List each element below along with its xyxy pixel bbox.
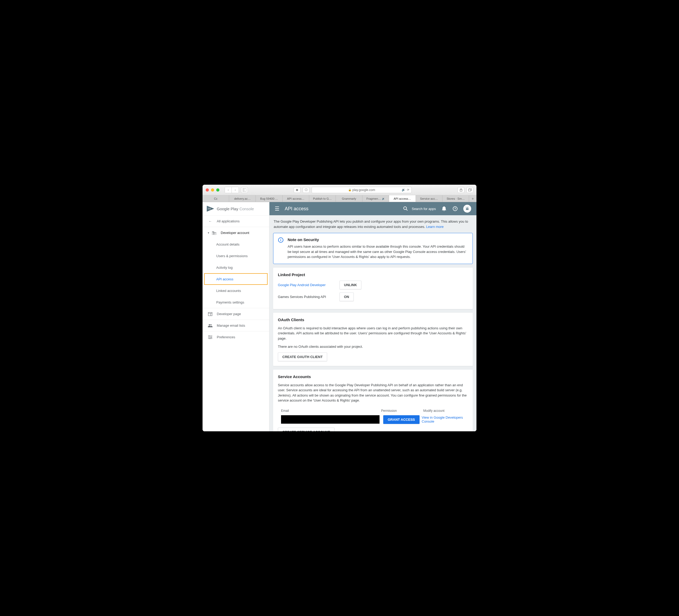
- svg-rect-8: [213, 232, 213, 233]
- nav-label: Developer page: [217, 312, 241, 316]
- oauth-desc: An OAuth client is required to build int…: [278, 326, 468, 341]
- traffic-lights: [206, 188, 219, 191]
- nav-account-details[interactable]: Account details: [202, 239, 269, 250]
- nav-payments-settings[interactable]: Payments settings: [202, 297, 269, 308]
- linked-project-name[interactable]: Google Play Android Developer: [278, 283, 340, 287]
- avatar[interactable]: [463, 205, 471, 213]
- nav-users-permissions[interactable]: Users & permissions: [202, 250, 269, 261]
- browser-tab[interactable]: API access…: [283, 195, 309, 202]
- app-container: Google Play Console ← All applications D…: [202, 202, 477, 431]
- title-actions: [457, 187, 473, 193]
- nav-buttons: ‹ ›: [225, 187, 239, 193]
- back-arrow-icon: ←: [208, 219, 213, 224]
- tabs-button[interactable]: [466, 187, 473, 193]
- nav-manage-email-lists[interactable]: Manage email lists: [202, 319, 269, 331]
- nav-linked-accounts[interactable]: Linked accounts: [202, 285, 269, 297]
- tab-sound-icon: 🔊: [382, 197, 385, 200]
- maximize-window-button[interactable]: [216, 188, 219, 191]
- sound-icon[interactable]: 🔊: [402, 188, 406, 191]
- nav-label: Linked accounts: [216, 289, 241, 293]
- search-icon[interactable]: [403, 206, 409, 212]
- nav-label: Account details: [216, 242, 239, 246]
- svg-point-25: [404, 207, 407, 210]
- new-tab-button[interactable]: +: [469, 195, 477, 202]
- svg-rect-5: [468, 189, 471, 191]
- browser-tab[interactable]: Fragmen…🔊: [362, 195, 389, 202]
- search-area[interactable]: Search for apps: [403, 206, 436, 212]
- site-info-button[interactable]: ⓘ: [303, 187, 310, 193]
- nav-label: Manage email lists: [217, 324, 245, 328]
- browser-tab[interactable]: delivery.ac…: [229, 195, 256, 202]
- security-note-body: API users have access to perform actions…: [288, 244, 468, 259]
- url-text: play.google.com: [352, 188, 375, 192]
- svg-point-17: [209, 324, 210, 326]
- svg-rect-14: [208, 312, 212, 316]
- forward-button[interactable]: ›: [232, 187, 238, 193]
- browser-tab-active[interactable]: API access…: [389, 195, 416, 202]
- learn-more-link[interactable]: Learn more: [426, 225, 444, 229]
- svg-line-32: [468, 207, 469, 208]
- svg-rect-11: [213, 233, 214, 234]
- create-service-account-button[interactable]: CREATE SERVICE ACCOUNT: [278, 428, 334, 432]
- create-oauth-client-button[interactable]: CREATE OAUTH CLIENT: [278, 352, 327, 361]
- svg-rect-23: [211, 337, 212, 338]
- games-api-label: Games Services Publishing API: [278, 295, 340, 299]
- nav-preferences[interactable]: Preferences: [202, 331, 269, 343]
- nav-developer-page[interactable]: Developer page: [202, 308, 269, 319]
- info-content: Note on Security API users have access t…: [288, 237, 468, 259]
- nav-label: Users & permissions: [216, 254, 248, 258]
- nav-api-access[interactable]: API access: [204, 273, 268, 285]
- minimize-window-button[interactable]: [211, 188, 214, 191]
- close-window-button[interactable]: [206, 188, 209, 191]
- url-actions: 🔊 ⟳: [402, 188, 409, 191]
- nav-label: Preferences: [217, 335, 235, 339]
- service-accounts-desc: Service accounts allow access to the Goo…: [278, 382, 468, 403]
- svg-line-26: [407, 210, 408, 211]
- col-permission-header: Permission: [381, 409, 423, 412]
- svg-rect-13: [215, 233, 216, 234]
- tab-strip: Cc delivery.ac… Bug 59400:… API access… …: [202, 195, 477, 202]
- linked-project-title: Linked Project: [278, 272, 468, 277]
- oauth-clients-card: OAuth Clients An OAuth client is require…: [273, 313, 473, 366]
- linked-project-card: Linked Project Google Play Android Devel…: [273, 268, 473, 309]
- people-icon: [208, 323, 213, 328]
- oauth-empty: There are no OAuth clients associated wi…: [278, 344, 468, 349]
- browser-tab[interactable]: Grammarly: [336, 195, 362, 202]
- help-icon[interactable]: ?: [452, 206, 458, 212]
- svg-rect-0: [243, 188, 246, 191]
- menu-icon[interactable]: ☰: [275, 206, 280, 212]
- notifications-icon[interactable]: [441, 206, 447, 212]
- browser-tab[interactable]: Cc: [202, 195, 229, 202]
- sidebar-header: Google Play Console: [202, 202, 269, 215]
- sidebar: Google Play Console ← All applications D…: [202, 202, 269, 431]
- nav-label: Payments settings: [216, 300, 244, 304]
- browser-tab[interactable]: Service acc…: [416, 195, 443, 202]
- back-button[interactable]: ‹: [225, 187, 232, 193]
- view-in-console-link[interactable]: View in Google Developers Console: [422, 415, 463, 423]
- lock-icon: 🔒: [348, 188, 351, 191]
- info-icon: i: [278, 237, 283, 243]
- svg-rect-10: [213, 233, 213, 234]
- svg-rect-9: [213, 232, 214, 233]
- refresh-icon[interactable]: ⟳: [407, 188, 409, 191]
- browser-tab[interactable]: Bug 59400:…: [256, 195, 282, 202]
- web-icon: [208, 312, 213, 316]
- security-note: i Note on Security API users have access…: [273, 233, 473, 264]
- linked-project-row: Google Play Android Developer UNLINK: [278, 281, 468, 289]
- nav-all-applications[interactable]: ← All applications: [202, 215, 269, 227]
- main-area: ☰ API access Search for apps ?: [269, 202, 477, 431]
- games-api-toggle[interactable]: ON: [340, 292, 354, 301]
- unlink-button[interactable]: UNLINK: [340, 281, 361, 289]
- permission-cell: GRANT ACCESS: [380, 415, 422, 424]
- share-button[interactable]: [457, 187, 464, 193]
- nav-developer-account[interactable]: Developer account: [202, 227, 269, 239]
- browser-tab[interactable]: Publish to G…: [309, 195, 336, 202]
- nav-activity-log[interactable]: Activity log: [202, 261, 269, 273]
- grant-access-button[interactable]: GRANT ACCESS: [383, 415, 420, 424]
- sidebar-toggle-button[interactable]: [241, 187, 248, 193]
- privacy-report-button[interactable]: ◉: [294, 187, 300, 193]
- service-accounts-title: Service Accounts: [278, 374, 468, 379]
- service-accounts-card: Service Accounts Service accounts allow …: [273, 370, 473, 432]
- browser-tab[interactable]: Stores · Sm…: [443, 195, 469, 202]
- url-field[interactable]: 🔒 play.google.com 🔊 ⟳: [312, 187, 412, 193]
